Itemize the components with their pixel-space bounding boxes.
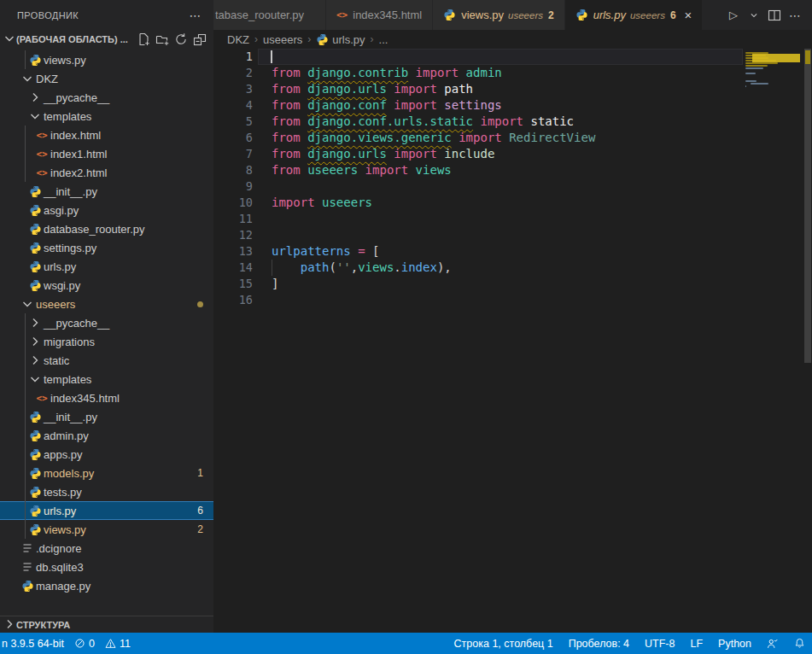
breadcrumb-item[interactable]: useeers bbox=[263, 33, 302, 46]
tab-tabase-roouter.py[interactable]: tabase_roouter.py bbox=[213, 0, 326, 30]
tab-urls.py[interactable]: urls.pyuseeers6× bbox=[565, 0, 704, 30]
editor-scrollbar[interactable] bbox=[803, 49, 812, 633]
tree-item-urls.py[interactable]: urls.py6 bbox=[0, 501, 213, 520]
split-editor-icon[interactable] bbox=[768, 9, 781, 22]
tree-item-urls.py[interactable]: urls.py bbox=[0, 257, 213, 276]
tree-item-models.py[interactable]: models.py1 bbox=[0, 464, 213, 482]
close-icon[interactable]: × bbox=[685, 8, 692, 22]
code-line-14[interactable]: 14 path('',views.index), bbox=[213, 260, 743, 276]
python-icon bbox=[29, 204, 42, 217]
tree-item-asgi.py[interactable]: asgi.py bbox=[0, 201, 213, 219]
new-folder-icon[interactable] bbox=[155, 32, 169, 46]
tree-item--pycache-[interactable]: __pycache__ bbox=[0, 88, 213, 107]
status-cursor-position[interactable]: Строка 1, столбец 1 bbox=[454, 638, 553, 650]
code-line-3[interactable]: 3from django.urls import path bbox=[213, 81, 743, 97]
tree-item-manage.py[interactable]: manage.py bbox=[0, 576, 213, 595]
status-encoding[interactable]: UTF-8 bbox=[645, 638, 675, 650]
indent-guide bbox=[25, 351, 26, 370]
scrollbar-thumb[interactable] bbox=[804, 49, 811, 363]
code-line-10[interactable]: 10import useeers bbox=[213, 195, 743, 211]
code-line-2[interactable]: 2from django.contrib import admin bbox=[213, 65, 743, 81]
status-indentation[interactable]: Пробелов: 4 bbox=[569, 638, 629, 650]
modified-dot-badge bbox=[197, 301, 203, 307]
code-line-16[interactable]: 16 bbox=[213, 292, 743, 308]
code-line-15[interactable]: 15] bbox=[213, 276, 743, 292]
tab-index345.html[interactable]: <>index345.html bbox=[326, 0, 433, 30]
python-icon bbox=[29, 448, 42, 461]
tree-item-migrations[interactable]: migrations bbox=[0, 332, 213, 351]
split-editor-button[interactable] bbox=[766, 6, 783, 25]
code-line-11[interactable]: 11 bbox=[213, 211, 743, 227]
code-line-12[interactable]: 12 bbox=[213, 227, 743, 243]
run-icon[interactable]: ▷ bbox=[729, 9, 738, 21]
code-line-13[interactable]: 13urlpatterns = [ bbox=[213, 243, 743, 260]
status-language-mode[interactable]: Python bbox=[718, 638, 751, 650]
tree-item-tests.py[interactable]: tests.py bbox=[0, 482, 213, 501]
main-area: ПРОВОДНИК ⋯ (РАБОЧАЯ ОБЛАСТЬ) ... views.… bbox=[0, 0, 812, 633]
breadcrumb-item[interactable]: urls.py bbox=[316, 33, 365, 46]
code-line-1[interactable]: 1 bbox=[213, 49, 743, 65]
tree-item-index1.html[interactable]: <>index1.html bbox=[0, 144, 213, 163]
code-content: 12from django.contrib import admin3from … bbox=[213, 49, 743, 308]
workspace-section-header[interactable]: (РАБОЧАЯ ОБЛАСТЬ) ... bbox=[0, 30, 213, 49]
ellipsis-button[interactable]: ⋯ bbox=[786, 6, 803, 25]
code-line-6[interactable]: 6from django.views.generic import Redire… bbox=[213, 130, 743, 146]
status-errors-count[interactable]: 0 bbox=[74, 638, 95, 650]
tree-item-DKZ[interactable]: DKZ bbox=[0, 69, 213, 88]
code-line-text: from django.conf.urls.static import stat… bbox=[253, 114, 574, 130]
tree-item-templates[interactable]: templates bbox=[0, 370, 213, 388]
code-line-8[interactable]: 8from useeers import views bbox=[213, 162, 743, 178]
tree-item-views.py[interactable]: views.py bbox=[0, 50, 213, 69]
code-line-5[interactable]: 5from django.conf.urls.static import sta… bbox=[213, 114, 743, 130]
tree-item--init-.py[interactable]: __init__.py bbox=[0, 182, 213, 201]
tree-item-label: settings.py bbox=[44, 242, 96, 254]
tree-item-templates[interactable]: templates bbox=[0, 107, 213, 126]
tree-item-index2.html[interactable]: <>index2.html bbox=[0, 163, 213, 182]
ellipsis-icon[interactable]: ⋯ bbox=[789, 9, 801, 22]
code-line-7[interactable]: 7from django.urls import include bbox=[213, 146, 743, 162]
code-editor[interactable]: 12from django.contrib import admin3from … bbox=[213, 49, 812, 633]
status-feedback[interactable] bbox=[767, 638, 779, 650]
new-file-icon[interactable] bbox=[137, 32, 150, 46]
code-line-4[interactable]: 4from django.conf import settings bbox=[213, 97, 743, 114]
file-icon bbox=[20, 560, 34, 574]
status-eol[interactable]: LF bbox=[690, 638, 703, 650]
chevron-down-small-icon[interactable] bbox=[750, 11, 758, 20]
tree-item-wsgi.py[interactable]: wsgi.py bbox=[0, 276, 213, 295]
tree-item-views.py[interactable]: views.py2 bbox=[0, 520, 213, 539]
run-button[interactable]: ▷ bbox=[725, 6, 742, 25]
editor-actions: ▷⋯ bbox=[725, 0, 812, 30]
breadcrumb-item[interactable]: DKZ bbox=[227, 33, 249, 46]
tree-item-database-roouter.py[interactable]: database_roouter.py bbox=[0, 219, 213, 238]
explorer-more-actions-icon[interactable]: ⋯ bbox=[190, 9, 202, 22]
status-python-interpreter[interactable]: n 3.9.5 64-bit bbox=[2, 638, 64, 650]
refresh-icon[interactable] bbox=[174, 32, 188, 46]
tree-item-apps.py[interactable]: apps.py bbox=[0, 445, 213, 464]
tab-views.py[interactable]: views.pyuseeers2 bbox=[433, 0, 564, 30]
tree-item-.dcignore[interactable]: .dcignore bbox=[0, 539, 213, 558]
tree-item-index.html[interactable]: <>index.html bbox=[0, 126, 213, 144]
status-warnings-count[interactable]: 11 bbox=[105, 638, 131, 650]
tree-item-static[interactable]: static bbox=[0, 351, 213, 370]
tree-item--init-.py[interactable]: __init__.py bbox=[0, 407, 213, 426]
tree-item-useeers[interactable]: useeers bbox=[0, 295, 213, 313]
chevron-down-small-button[interactable] bbox=[745, 6, 762, 25]
line-number: 6 bbox=[213, 130, 253, 146]
outline-section-header[interactable]: СТРУКТУРА bbox=[0, 616, 213, 633]
tree-item-label: urls.py bbox=[44, 260, 76, 273]
status-notifications[interactable] bbox=[794, 638, 805, 649]
tree-item-index345.html[interactable]: <>index345.html bbox=[0, 388, 213, 407]
tree-item-admin.py[interactable]: admin.py bbox=[0, 426, 213, 445]
collapse-all-icon[interactable] bbox=[193, 32, 207, 46]
tree-item--pycache-[interactable]: __pycache__ bbox=[0, 313, 213, 332]
python-icon bbox=[575, 9, 588, 21]
status-bar: n 3.9.5 64-bit011 Строка 1, столбец 1Про… bbox=[0, 633, 812, 654]
code-line-9[interactable]: 9 bbox=[213, 178, 743, 195]
code-line-text: from django.views.generic import Redirec… bbox=[253, 130, 595, 146]
section-actions bbox=[137, 32, 207, 46]
tree-item-settings.py[interactable]: settings.py bbox=[0, 238, 213, 257]
code-line-text bbox=[253, 211, 272, 227]
minimap[interactable] bbox=[744, 49, 803, 151]
tree-item-db.sqlite3[interactable]: db.sqlite3 bbox=[0, 558, 213, 576]
breadcrumb-item[interactable]: ... bbox=[379, 33, 388, 46]
